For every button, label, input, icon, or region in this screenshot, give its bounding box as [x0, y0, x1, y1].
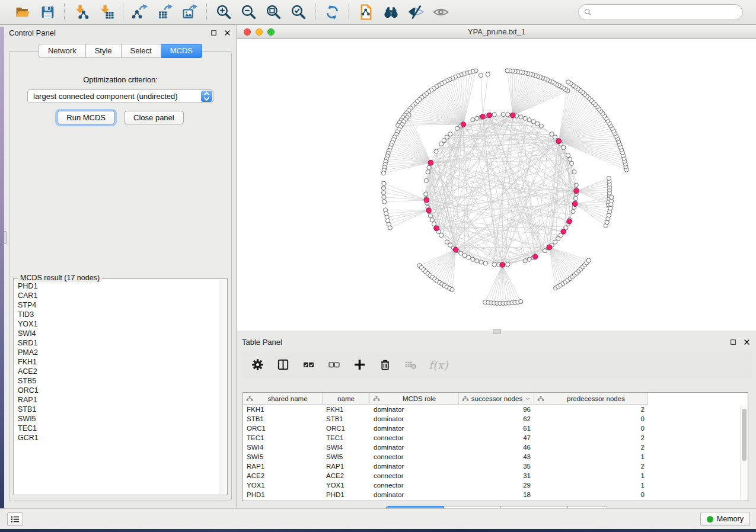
table-row[interactable]: YOX1YOX1connector291 — [243, 480, 748, 490]
zoom-selected-button[interactable] — [289, 3, 308, 22]
table-row[interactable]: PHD1PHD1dominator180 — [243, 490, 748, 499]
control-panel-float-button[interactable] — [209, 28, 218, 37]
add-button[interactable] — [352, 358, 366, 372]
zoom-out-button[interactable] — [239, 3, 258, 22]
table-header-row: shared namenameMCDS rolesuccessor nodesp… — [243, 393, 748, 405]
mcds-result-item[interactable]: TID3 — [18, 310, 219, 319]
table-row[interactable]: SWI5SWI5connector431 — [243, 452, 748, 462]
mcds-result-item[interactable]: RAP1 — [18, 395, 219, 405]
zoom-selected-icon — [291, 4, 307, 20]
table-panel-close-button[interactable] — [742, 338, 751, 347]
tab-mcds[interactable]: MCDS — [161, 44, 202, 58]
delete-table-button[interactable] — [403, 358, 417, 372]
column-header-name[interactable]: name — [323, 393, 370, 405]
tab-style[interactable]: Style — [86, 44, 122, 58]
search-box[interactable] — [578, 4, 743, 20]
network-canvas[interactable] — [237, 39, 756, 331]
export-image-button[interactable] — [180, 3, 199, 22]
mcds-result-item[interactable]: SRD1 — [18, 338, 219, 348]
table-row[interactable]: FKH1FKH1dominator962 — [243, 405, 748, 414]
columns-button[interactable] — [276, 358, 290, 372]
table-cell: dominator — [370, 444, 459, 451]
table-panel-float-button[interactable] — [729, 338, 738, 347]
select-all-button[interactable] — [301, 358, 315, 372]
mcds-result-item[interactable]: TEC1 — [18, 424, 219, 433]
table-row[interactable]: ACE2ACE2connector311 — [243, 471, 748, 480]
tab-select[interactable]: Select — [122, 44, 161, 58]
refresh-button[interactable] — [323, 3, 342, 22]
table-cell: SWI4 — [243, 444, 323, 451]
mcds-result-item[interactable]: FKH1 — [18, 357, 219, 367]
export-network-button[interactable] — [130, 3, 149, 22]
mcds-result-item[interactable]: CAR1 — [18, 291, 219, 300]
maximize-window-icon[interactable] — [267, 28, 275, 36]
zoom-fit-button[interactable] — [264, 3, 283, 22]
close-panel-button[interactable]: Close panel — [124, 111, 184, 124]
column-header-MCDS-role[interactable]: MCDS role — [370, 393, 459, 405]
show-graphics-details-button[interactable] — [431, 3, 450, 22]
horizontal-splitter-grip[interactable] — [493, 329, 501, 334]
mcds-result-item[interactable]: YOX1 — [18, 319, 219, 329]
minimize-window-icon[interactable] — [256, 28, 263, 36]
memory-button[interactable]: Memory — [700, 512, 750, 526]
table-cell: 0 — [534, 491, 648, 498]
table-scrollbar[interactable] — [740, 405, 748, 500]
save-session-button[interactable] — [38, 3, 57, 22]
table-row[interactable]: RAP1RAP1dominator352 — [243, 462, 748, 471]
gear-button[interactable] — [250, 358, 264, 372]
table-cell: 29 — [459, 482, 534, 489]
table-panel: Table Panel f(x) shared namenameMCDS rol… — [237, 334, 756, 508]
deselect-all-button[interactable] — [327, 358, 341, 372]
control-panel-close-button[interactable] — [223, 28, 232, 37]
delete-button[interactable] — [378, 358, 392, 372]
table-cell: 31 — [459, 472, 534, 479]
task-history-button[interactable] — [7, 512, 23, 526]
table-cell: SWI4 — [323, 444, 370, 451]
open-folder-button[interactable] — [13, 3, 32, 22]
table-row[interactable]: TEC1TEC1connector472 — [243, 433, 748, 443]
table-row[interactable]: STB1STB1dominator620 — [243, 414, 748, 424]
export-table-button[interactable] — [155, 3, 174, 22]
mcds-result-item[interactable]: SWI5 — [18, 414, 219, 424]
table-cell: ACE2 — [243, 472, 323, 479]
mcds-result-group: MCDS result (17 nodes) PHD1CAR1STP4TID3Y… — [13, 278, 228, 495]
zoom-in-button[interactable] — [214, 3, 233, 22]
network-from-selection-button[interactable] — [356, 3, 375, 22]
table-cell: connector — [370, 453, 459, 460]
table-row[interactable]: SWI4SWI4dominator462 — [243, 443, 748, 452]
search-input[interactable] — [592, 7, 738, 18]
run-mcds-button[interactable]: Run MCDS — [57, 111, 115, 124]
network-graph[interactable] — [237, 39, 756, 331]
column-header-successor-nodes[interactable]: successor nodes — [459, 393, 534, 405]
table-scrollbar-thumb[interactable] — [742, 409, 747, 461]
window-controls — [237, 28, 275, 36]
mcds-result-item[interactable]: PMA2 — [18, 348, 219, 357]
mcds-result-item[interactable]: ACE2 — [18, 367, 219, 376]
import-table-button[interactable] — [97, 3, 116, 22]
column-header-shared-name[interactable]: shared name — [243, 393, 323, 405]
optimization-criterion-select[interactable]: largest connected component (undirected) — [27, 89, 213, 103]
column-label: shared name — [253, 395, 322, 402]
mcds-result-list[interactable]: PHD1CAR1STP4TID3YOX1SWI4SRD1PMA2FKH1ACE2… — [14, 280, 219, 494]
search-icon — [583, 8, 592, 17]
toggle-visibility-button[interactable] — [406, 3, 425, 22]
tab-network[interactable]: Network — [39, 44, 86, 58]
node-table: shared namenameMCDS rolesuccessor nodesp… — [243, 392, 748, 501]
mcds-result-item[interactable]: SWI4 — [18, 329, 219, 338]
close-window-icon[interactable] — [244, 28, 251, 36]
column-header-predecessor-nodes[interactable]: predecessor nodes — [534, 393, 648, 405]
mcds-result-item[interactable]: PHD1 — [18, 281, 219, 291]
import-network-button[interactable] — [72, 3, 91, 22]
search-binoculars-icon — [383, 4, 399, 20]
mcds-result-item[interactable]: GCR1 — [18, 433, 219, 443]
ring-nodes[interactable] — [424, 113, 579, 267]
table-row[interactable]: ORC1ORC1dominator610 — [243, 424, 748, 433]
search-binoculars-button[interactable] — [381, 3, 400, 22]
function-builder-button[interactable]: f(x) — [429, 358, 448, 371]
mcds-result-item[interactable]: ORC1 — [18, 386, 219, 395]
table-cell: 1 — [534, 453, 648, 460]
mcds-result-scrollbar[interactable] — [219, 280, 227, 494]
mcds-result-item[interactable]: STP4 — [18, 300, 219, 310]
mcds-result-item[interactable]: STB1 — [18, 405, 219, 414]
mcds-result-item[interactable]: STB5 — [18, 376, 219, 386]
